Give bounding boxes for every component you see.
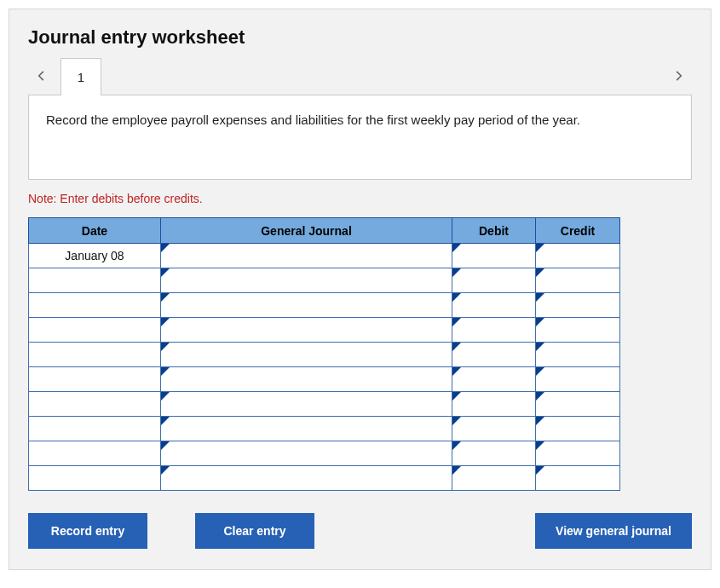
cell-flag-icon <box>452 343 461 351</box>
date-cell[interactable] <box>29 417 161 441</box>
date-value <box>29 367 160 391</box>
date-cell[interactable]: January 08 <box>29 244 161 268</box>
cell-flag-icon <box>161 343 170 351</box>
date-value <box>29 343 160 366</box>
credit-cell[interactable] <box>536 441 620 466</box>
general-journal-cell[interactable] <box>161 466 452 491</box>
credit-cell[interactable] <box>536 318 620 343</box>
debit-cell[interactable] <box>452 244 536 268</box>
cell-flag-icon <box>161 417 170 425</box>
debit-cell[interactable] <box>452 343 536 367</box>
debit-input[interactable] <box>452 367 535 391</box>
general-journal-cell[interactable] <box>161 441 452 466</box>
general-journal-cell[interactable] <box>161 244 452 268</box>
credit-input[interactable] <box>536 466 619 490</box>
general-journal-cell[interactable] <box>161 318 452 343</box>
credit-cell[interactable] <box>536 293 620 318</box>
debit-input[interactable] <box>452 268 535 292</box>
cell-flag-icon <box>536 293 544 302</box>
header-debit: Debit <box>452 218 536 244</box>
general-journal-input[interactable] <box>161 441 452 465</box>
credit-input[interactable] <box>536 318 619 342</box>
general-journal-cell[interactable] <box>161 293 452 318</box>
tab-1[interactable]: 1 <box>60 58 101 95</box>
table-row <box>29 318 620 343</box>
record-entry-button[interactable]: Record entry <box>28 513 147 549</box>
general-journal-cell[interactable] <box>161 367 452 392</box>
date-value <box>29 268 160 292</box>
debit-cell[interactable] <box>452 268 536 293</box>
debit-cell[interactable] <box>452 417 536 441</box>
debit-input[interactable] <box>452 417 535 441</box>
table-row <box>29 392 620 417</box>
date-value <box>29 466 160 490</box>
general-journal-cell[interactable] <box>161 343 452 367</box>
date-cell[interactable] <box>29 367 161 392</box>
debit-cell[interactable] <box>452 441 536 466</box>
credit-cell[interactable] <box>536 417 620 441</box>
general-journal-cell[interactable] <box>161 417 452 441</box>
credit-input[interactable] <box>536 417 619 441</box>
credit-cell[interactable] <box>536 392 620 417</box>
debit-input[interactable] <box>452 466 535 490</box>
next-button[interactable] <box>666 59 692 93</box>
credit-cell[interactable] <box>536 367 620 392</box>
credit-cell[interactable] <box>536 244 620 268</box>
date-cell[interactable] <box>29 268 161 293</box>
cell-flag-icon <box>452 318 461 326</box>
clear-entry-button[interactable]: Clear entry <box>195 513 314 549</box>
debit-input[interactable] <box>452 392 535 416</box>
credit-input[interactable] <box>536 367 619 391</box>
general-journal-input[interactable] <box>161 392 452 416</box>
credit-cell[interactable] <box>536 343 620 367</box>
debit-input[interactable] <box>452 244 535 268</box>
credit-cell[interactable] <box>536 466 620 491</box>
cell-flag-icon <box>161 392 170 401</box>
credit-cell[interactable] <box>536 268 620 293</box>
date-cell[interactable] <box>29 466 161 491</box>
date-value <box>29 293 160 317</box>
credit-input[interactable] <box>536 343 619 366</box>
credit-input[interactable] <box>536 441 619 465</box>
general-journal-input[interactable] <box>161 318 452 342</box>
credit-input[interactable] <box>536 244 619 268</box>
cell-flag-icon <box>452 293 461 302</box>
debit-cell[interactable] <box>452 367 536 392</box>
debit-cell[interactable] <box>452 318 536 343</box>
date-cell[interactable] <box>29 318 161 343</box>
general-journal-cell[interactable] <box>161 268 452 293</box>
note-text: Note: Enter debits before credits. <box>28 192 692 205</box>
table-row <box>29 343 620 367</box>
debit-cell[interactable] <box>452 466 536 491</box>
general-journal-input[interactable] <box>161 268 452 292</box>
prev-button[interactable] <box>28 59 54 93</box>
table-row <box>29 367 620 392</box>
cell-flag-icon <box>536 367 544 376</box>
credit-input[interactable] <box>536 392 619 416</box>
credit-input[interactable] <box>536 293 619 317</box>
general-journal-input[interactable] <box>161 466 452 490</box>
date-value <box>29 417 160 441</box>
debit-input[interactable] <box>452 293 535 317</box>
general-journal-input[interactable] <box>161 343 452 366</box>
date-cell[interactable] <box>29 293 161 318</box>
debit-input[interactable] <box>452 343 535 366</box>
debit-input[interactable] <box>452 441 535 465</box>
cell-flag-icon <box>536 318 544 326</box>
cell-flag-icon <box>452 466 461 475</box>
general-journal-cell[interactable] <box>161 392 452 417</box>
debit-cell[interactable] <box>452 392 536 417</box>
date-cell[interactable] <box>29 343 161 367</box>
cell-flag-icon <box>161 441 170 450</box>
credit-input[interactable] <box>536 268 619 292</box>
general-journal-input[interactable] <box>161 417 452 441</box>
general-journal-input[interactable] <box>161 293 452 317</box>
general-journal-input[interactable] <box>161 244 452 268</box>
date-cell[interactable] <box>29 392 161 417</box>
cell-flag-icon <box>161 318 170 326</box>
debit-input[interactable] <box>452 318 535 342</box>
debit-cell[interactable] <box>452 293 536 318</box>
general-journal-input[interactable] <box>161 367 452 391</box>
date-cell[interactable] <box>29 441 161 466</box>
view-general-journal-button[interactable]: View general journal <box>535 513 692 549</box>
